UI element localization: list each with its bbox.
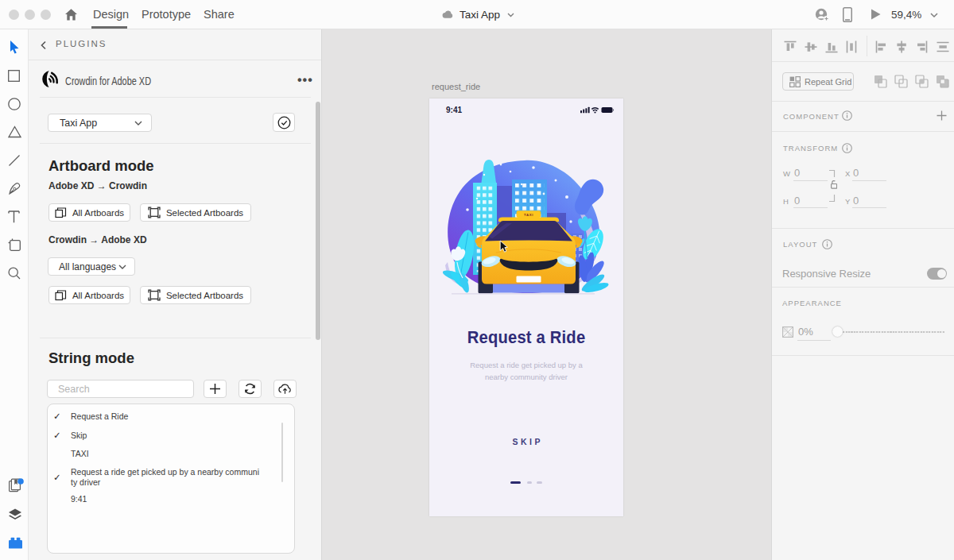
svg-text:TAXI: TAXI (524, 213, 533, 217)
